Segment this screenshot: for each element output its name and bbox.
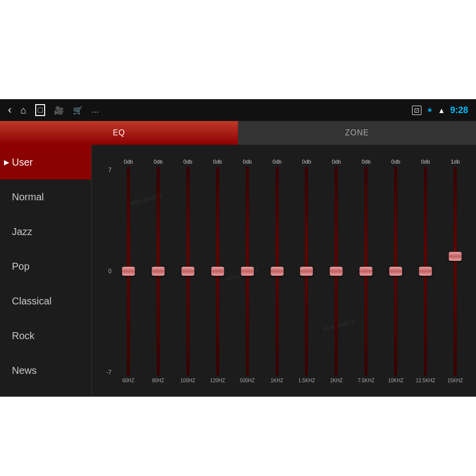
slider-track-4 — [246, 167, 249, 376]
main-content: User Normal Jazz Pop Classical Rock — [0, 145, 476, 397]
slider-track-1 — [157, 167, 160, 376]
slider-thumb-8[interactable] — [359, 267, 372, 276]
slider-track-6 — [305, 167, 308, 376]
sidebar-item-rock[interactable]: Rock — [0, 318, 91, 353]
device-frame: ‹ ⌂ □ 🎥 🛒 ... ⊡ ✶ ▲ 9:28 EQ ZONE — [0, 99, 476, 397]
sidebar-jazz-label: Jazz — [12, 226, 32, 238]
tab-eq-label: EQ — [113, 128, 125, 137]
slider-thumb-6[interactable] — [300, 267, 313, 276]
slider-thumb-9[interactable] — [389, 267, 402, 276]
tab-eq[interactable]: EQ — [0, 121, 238, 145]
sidebar-item-classical[interactable]: Classical — [0, 284, 91, 318]
slider-col-10 — [411, 167, 440, 376]
sidebar-item-news[interactable]: News — [0, 353, 91, 388]
slider-track-0 — [127, 167, 130, 376]
home-icon[interactable]: ⌂ — [20, 105, 26, 116]
eq-db-label-8: 0db — [351, 159, 381, 165]
slider-track-10 — [424, 167, 427, 376]
sidebar-news-label: News — [12, 365, 37, 376]
eq-freq-label-5: 1KHZ — [262, 378, 292, 383]
slider-thumb-0[interactable] — [122, 267, 135, 276]
sidebar-rock-label: Rock — [12, 330, 35, 342]
recents-icon[interactable]: □ — [35, 104, 45, 116]
eq-db-label-6: 0db — [292, 159, 322, 165]
camera-icon[interactable]: 🎥 — [54, 106, 64, 115]
slider-thumb-3[interactable] — [211, 267, 224, 276]
sidebar-item-user[interactable]: User — [0, 145, 91, 179]
slider-track-8 — [364, 167, 367, 376]
slider-thumb-2[interactable] — [181, 267, 194, 276]
eq-freq-label-10: 12.5KHZ — [411, 378, 440, 383]
eq-freq-labels-row: 60HZ80HZ100HZ120HZ500HZ1KHZ1.5KHZ2KHZ7.5… — [100, 378, 470, 392]
slider-col-11 — [440, 167, 470, 376]
top-padding — [0, 0, 476, 99]
eq-db-label-3: 0db — [203, 159, 233, 165]
bag-icon[interactable]: 🛒 — [73, 106, 83, 115]
eq-db-label-9: 0db — [381, 159, 411, 165]
slider-col-4 — [233, 167, 262, 376]
sidebar: User Normal Jazz Pop Classical Rock — [0, 145, 92, 397]
wifi-icon: ▲ — [438, 106, 445, 115]
eq-db-label-5: 0db — [262, 159, 292, 165]
time-display: 9:28 — [450, 105, 468, 116]
tab-zone[interactable]: ZONE — [238, 121, 476, 145]
slider-track-11 — [454, 167, 457, 376]
slider-thumb-1[interactable] — [152, 267, 165, 276]
slider-col-6 — [292, 167, 322, 376]
eq-freq-label-7: 2KHZ — [321, 378, 351, 383]
slider-thumb-10[interactable] — [419, 267, 432, 276]
bluetooth-icon: ✶ — [426, 106, 433, 115]
slider-col-9 — [381, 167, 411, 376]
eq-freq-label-0: 60HZ — [114, 378, 143, 383]
screen: ‹ ⌂ □ 🎥 🛒 ... ⊡ ✶ ▲ 9:28 EQ ZONE — [0, 0, 476, 476]
eq-db-labels-row: 0db0db0db0db0db0db0db0db0db0db0db1db — [100, 150, 470, 165]
sidebar-pop-label: Pop — [12, 261, 30, 272]
slider-thumb-5[interactable] — [271, 267, 284, 276]
slider-track-9 — [394, 167, 397, 376]
eq-freq-label-6: 1.5KHZ — [292, 378, 322, 383]
eq-freq-label-4: 500HZ — [233, 378, 262, 383]
slider-col-8 — [351, 167, 381, 376]
sidebar-item-jazz[interactable]: Jazz — [0, 214, 91, 249]
more-icon[interactable]: ... — [92, 106, 99, 114]
scale-bot: -7 — [102, 369, 112, 376]
eq-sliders — [114, 167, 470, 376]
slider-track-7 — [335, 167, 338, 376]
slider-col-3 — [203, 167, 233, 376]
bottom-padding — [0, 397, 476, 476]
sidebar-normal-label: Normal — [12, 191, 44, 203]
eq-freq-label-2: 100HZ — [173, 378, 203, 383]
eq-sliders-container: 7 0 -7 — [100, 167, 470, 376]
slider-track-3 — [216, 167, 219, 376]
sidebar-classical-label: Classical — [12, 296, 52, 307]
tab-bar: EQ ZONE — [0, 121, 476, 145]
eq-db-label-10: 0db — [411, 159, 440, 165]
slider-thumb-4[interactable] — [241, 267, 254, 276]
eq-freq-label-3: 120HZ — [203, 378, 233, 383]
status-bar: ‹ ⌂ □ 🎥 🛒 ... ⊡ ✶ ▲ 9:28 — [0, 99, 476, 121]
eq-db-label-0: 0db — [114, 159, 143, 165]
scale-mid: 0 — [102, 268, 112, 275]
eq-freq-label-9: 10KHZ — [381, 378, 411, 383]
status-bar-right: ⊡ ✶ ▲ 9:28 — [412, 105, 468, 116]
slider-col-2 — [173, 167, 203, 376]
sidebar-item-normal[interactable]: Normal — [0, 179, 91, 214]
cast-icon: ⊡ — [412, 106, 421, 115]
sidebar-user-label: User — [12, 157, 33, 168]
eq-db-label-11: 1db — [440, 159, 470, 165]
slider-col-7 — [321, 167, 351, 376]
eq-db-label-4: 0db — [233, 159, 262, 165]
eq-db-label-2: 0db — [173, 159, 203, 165]
eq-scale: 7 0 -7 — [100, 167, 114, 376]
back-icon[interactable]: ‹ — [8, 104, 11, 117]
scale-top: 7 — [102, 167, 112, 174]
eq-panel: wincairan.ir wincairan.ir wincairan.ir 0… — [92, 145, 476, 397]
slider-thumb-11[interactable] — [449, 252, 462, 261]
slider-track-2 — [186, 167, 189, 376]
eq-freq-label-11: 15KHZ — [440, 378, 470, 383]
slider-col-1 — [143, 167, 173, 376]
slider-track-5 — [276, 167, 279, 376]
sidebar-item-pop[interactable]: Pop — [0, 249, 91, 284]
eq-db-label-1: 0db — [143, 159, 173, 165]
slider-thumb-7[interactable] — [330, 267, 343, 276]
